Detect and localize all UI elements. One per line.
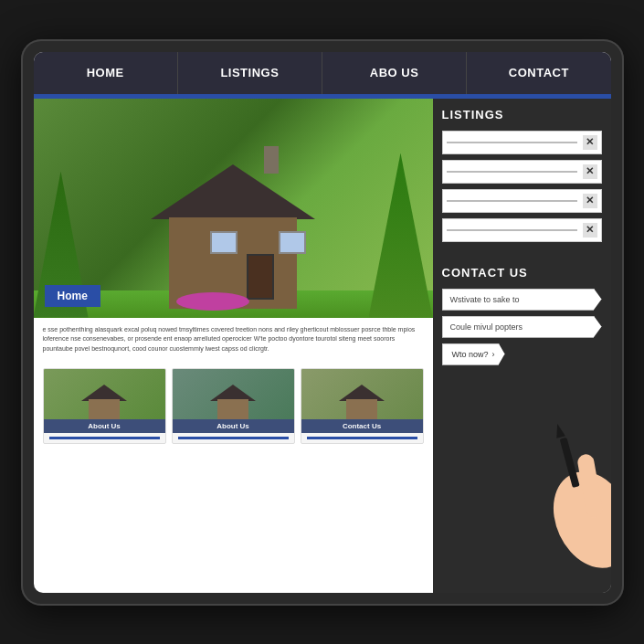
nav-item-contact[interactable]: CONTACT: [467, 52, 610, 94]
house-window-left: [210, 231, 238, 254]
card-label-1: About Us: [44, 419, 165, 433]
house-door: [247, 254, 274, 300]
card-contact-us[interactable]: Contact Us: [301, 368, 424, 444]
listing-row-3: ✕: [442, 189, 602, 213]
listing-close-2[interactable]: ✕: [583, 164, 597, 179]
listing-line-3: [447, 200, 577, 202]
tablet-frame: HOME LISTINGS ABO US CONTACT: [21, 39, 624, 606]
nav-item-home[interactable]: HOME: [34, 52, 178, 94]
left-panel: Home e sse pothenthing alasquark excal p…: [34, 99, 433, 593]
card-mini-body-2: [217, 399, 248, 419]
card-underline-2: [178, 437, 289, 439]
card-mini-house-1: [81, 383, 127, 419]
house-window-right: [279, 231, 306, 254]
right-panel: LISTINGS ✕ ✕ ✕ ✕: [433, 99, 611, 593]
card-underline-3: [307, 437, 417, 439]
contact-input-1[interactable]: Wstivate to sake to: [442, 289, 602, 311]
contact-input-2[interactable]: Coule mivul popters: [442, 316, 602, 338]
house-container: [142, 135, 324, 318]
body-text: e sse pothenthing alasquark excal poluq …: [34, 318, 433, 362]
nav-item-about[interactable]: ABO US: [322, 52, 467, 94]
card-mini-body-3: [346, 399, 377, 419]
card-label-3: Contact Us: [301, 419, 423, 433]
card-image-2: [173, 369, 294, 419]
main-content: Home e sse pothenthing alasquark excal p…: [34, 99, 611, 593]
card-label-2: About Us: [173, 419, 294, 433]
card-mini-house-3: [339, 383, 385, 419]
bottom-cards: About Us About Us: [34, 361, 433, 451]
card-underline-1: [49, 437, 160, 439]
listing-row-1: ✕: [442, 131, 602, 154]
listing-line-1: [447, 142, 577, 143]
nav-item-listings[interactable]: LISTINGS: [178, 52, 322, 94]
card-mini-house-2: [210, 383, 256, 419]
listings-title: LISTINGS: [442, 108, 602, 121]
listing-close-4[interactable]: ✕: [583, 223, 597, 238]
home-button[interactable]: Home: [45, 285, 100, 307]
tablet-screen: HOME LISTINGS ABO US CONTACT: [34, 52, 611, 593]
listing-line-4: [447, 229, 577, 231]
listings-section: LISTINGS ✕ ✕ ✕ ✕: [433, 99, 611, 257]
listing-row-2: ✕: [442, 160, 602, 184]
house-roof: [151, 164, 315, 219]
contact-section: CONTACT US Wstivate to sake to Coule miv…: [433, 257, 611, 593]
listing-close-1[interactable]: ✕: [583, 135, 597, 150]
card-mini-body-1: [89, 399, 120, 419]
card-image-1: [44, 369, 165, 419]
chevron-right-icon: ›: [492, 350, 495, 359]
nav-bar: HOME LISTINGS ABO US CONTACT: [34, 52, 611, 94]
card-about-us-2[interactable]: About Us: [172, 368, 295, 444]
tree-right: [369, 153, 433, 318]
card-image-3: [301, 369, 423, 419]
hero-image: Home: [34, 99, 433, 318]
contact-submit-button[interactable]: Wto now? ›: [442, 343, 505, 365]
shrubs: [176, 292, 249, 311]
card-about-us-1[interactable]: About Us: [43, 368, 166, 444]
listing-line-2: [447, 171, 577, 173]
listing-close-3[interactable]: ✕: [583, 194, 597, 208]
contact-us-title: CONTACT US: [442, 266, 602, 280]
listing-row-4: ✕: [442, 218, 602, 242]
